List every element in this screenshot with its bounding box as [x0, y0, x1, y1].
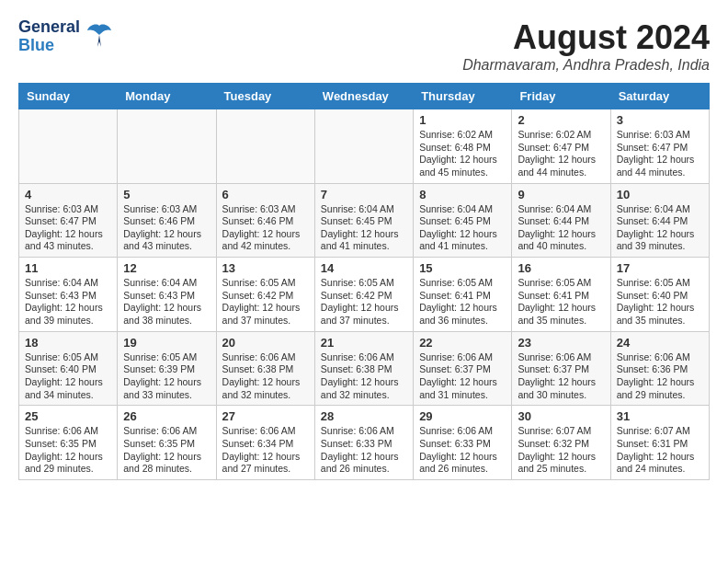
calendar-cell: 11Sunrise: 6:04 AMSunset: 6:43 PMDayligh… [19, 258, 118, 332]
day-header-sunday: Sunday [19, 84, 118, 109]
calendar-cell: 6Sunrise: 6:03 AMSunset: 6:46 PMDaylight… [216, 183, 314, 258]
day-number: 26 [123, 409, 210, 423]
day-number: 15 [419, 261, 506, 275]
logo-text-blue: Blue [18, 37, 80, 55]
day-number: 13 [222, 261, 309, 275]
day-number: 31 [617, 409, 703, 423]
day-header-tuesday: Tuesday [216, 84, 314, 109]
calendar-week-row: 1Sunrise: 6:02 AMSunset: 6:48 PMDaylight… [19, 109, 710, 184]
day-number: 5 [123, 188, 210, 201]
day-header-friday: Friday [512, 84, 610, 109]
calendar-cell: 2Sunrise: 6:02 AMSunset: 6:47 PMDaylight… [512, 109, 610, 184]
day-number: 10 [617, 188, 703, 201]
day-number: 25 [25, 409, 111, 423]
calendar-cell [314, 109, 413, 184]
day-number: 1 [419, 113, 506, 127]
day-header-saturday: Saturday [610, 84, 709, 109]
day-number: 20 [222, 336, 309, 350]
day-number: 24 [617, 336, 703, 350]
page-header: General Blue August 2024 Dharmavaram, An… [18, 18, 710, 74]
calendar-cell: 25Sunrise: 6:06 AMSunset: 6:35 PMDayligh… [19, 406, 118, 480]
day-header-wednesday: Wednesday [314, 84, 413, 109]
day-number: 30 [518, 409, 604, 423]
calendar-cell: 30Sunrise: 6:07 AMSunset: 6:32 PMDayligh… [512, 406, 610, 480]
calendar-cell: 4Sunrise: 6:03 AMSunset: 6:47 PMDaylight… [19, 183, 118, 258]
calendar-cell: 27Sunrise: 6:06 AMSunset: 6:34 PMDayligh… [216, 406, 314, 480]
day-header-monday: Monday [118, 84, 216, 109]
calendar-table: SundayMondayTuesdayWednesdayThursdayFrid… [18, 83, 710, 480]
calendar-cell: 3Sunrise: 6:03 AMSunset: 6:47 PMDaylight… [610, 109, 709, 184]
day-number: 17 [617, 261, 703, 275]
day-header-thursday: Thursday [414, 84, 512, 109]
day-number: 23 [518, 336, 604, 350]
day-number: 22 [419, 336, 506, 350]
calendar-cell: 10Sunrise: 6:04 AMSunset: 6:44 PMDayligh… [610, 183, 709, 258]
calendar-cell: 7Sunrise: 6:04 AMSunset: 6:45 PMDaylight… [314, 183, 413, 258]
day-number: 8 [419, 188, 506, 201]
calendar-cell: 23Sunrise: 6:06 AMSunset: 6:37 PMDayligh… [512, 331, 610, 406]
day-number: 19 [123, 336, 210, 350]
calendar-body: 1Sunrise: 6:02 AMSunset: 6:48 PMDaylight… [19, 109, 710, 480]
calendar-cell: 21Sunrise: 6:06 AMSunset: 6:38 PMDayligh… [314, 331, 413, 406]
day-number: 9 [518, 188, 604, 201]
day-number: 6 [222, 188, 309, 201]
logo: General Blue [18, 18, 113, 55]
calendar-cell: 31Sunrise: 6:07 AMSunset: 6:31 PMDayligh… [610, 406, 709, 480]
day-number: 21 [321, 336, 407, 350]
calendar-cell: 17Sunrise: 6:05 AMSunset: 6:40 PMDayligh… [610, 258, 709, 332]
calendar-cell: 19Sunrise: 6:05 AMSunset: 6:39 PMDayligh… [118, 331, 216, 406]
day-number: 7 [321, 188, 407, 201]
calendar-cell [216, 109, 314, 184]
calendar-cell: 18Sunrise: 6:05 AMSunset: 6:40 PMDayligh… [19, 331, 118, 406]
calendar-cell: 12Sunrise: 6:04 AMSunset: 6:43 PMDayligh… [118, 258, 216, 332]
logo-text-general: General [18, 18, 80, 37]
day-number: 3 [617, 113, 703, 127]
day-number: 16 [518, 261, 604, 275]
calendar-cell: 22Sunrise: 6:06 AMSunset: 6:37 PMDayligh… [414, 331, 512, 406]
day-number: 18 [25, 336, 111, 350]
calendar-cell [118, 109, 216, 184]
calendar-cell: 14Sunrise: 6:05 AMSunset: 6:42 PMDayligh… [314, 258, 413, 332]
calendar-cell: 13Sunrise: 6:05 AMSunset: 6:42 PMDayligh… [216, 258, 314, 332]
day-number: 2 [518, 113, 604, 127]
day-number: 28 [321, 409, 407, 423]
calendar-cell: 24Sunrise: 6:06 AMSunset: 6:36 PMDayligh… [610, 331, 709, 406]
logo-bird-icon [85, 21, 113, 52]
calendar-week-row: 25Sunrise: 6:06 AMSunset: 6:35 PMDayligh… [19, 406, 710, 480]
calendar-cell: 15Sunrise: 6:05 AMSunset: 6:41 PMDayligh… [414, 258, 512, 332]
calendar-cell: 29Sunrise: 6:06 AMSunset: 6:33 PMDayligh… [414, 406, 512, 480]
subtitle: Dharmavaram, Andhra Pradesh, India [462, 57, 710, 74]
calendar-cell: 16Sunrise: 6:05 AMSunset: 6:41 PMDayligh… [512, 258, 610, 332]
day-number: 29 [419, 409, 506, 423]
main-title: August 2024 [462, 18, 710, 57]
day-number: 27 [222, 409, 309, 423]
calendar-week-row: 18Sunrise: 6:05 AMSunset: 6:40 PMDayligh… [19, 331, 710, 406]
calendar-week-row: 11Sunrise: 6:04 AMSunset: 6:43 PMDayligh… [19, 258, 710, 332]
calendar-week-row: 4Sunrise: 6:03 AMSunset: 6:47 PMDaylight… [19, 183, 710, 258]
calendar-cell [19, 109, 118, 184]
calendar-cell: 28Sunrise: 6:06 AMSunset: 6:33 PMDayligh… [314, 406, 413, 480]
calendar-cell: 8Sunrise: 6:04 AMSunset: 6:45 PMDaylight… [414, 183, 512, 258]
day-number: 11 [25, 261, 111, 275]
calendar-header-row: SundayMondayTuesdayWednesdayThursdayFrid… [19, 84, 710, 109]
calendar-cell: 20Sunrise: 6:06 AMSunset: 6:38 PMDayligh… [216, 331, 314, 406]
day-number: 4 [25, 188, 111, 201]
title-section: August 2024 Dharmavaram, Andhra Pradesh,… [462, 18, 710, 74]
calendar-cell: 1Sunrise: 6:02 AMSunset: 6:48 PMDaylight… [414, 109, 512, 184]
calendar-cell: 9Sunrise: 6:04 AMSunset: 6:44 PMDaylight… [512, 183, 610, 258]
day-number: 12 [123, 261, 210, 275]
day-number: 14 [321, 261, 407, 275]
calendar-cell: 5Sunrise: 6:03 AMSunset: 6:46 PMDaylight… [118, 183, 216, 258]
calendar-cell: 26Sunrise: 6:06 AMSunset: 6:35 PMDayligh… [118, 406, 216, 480]
